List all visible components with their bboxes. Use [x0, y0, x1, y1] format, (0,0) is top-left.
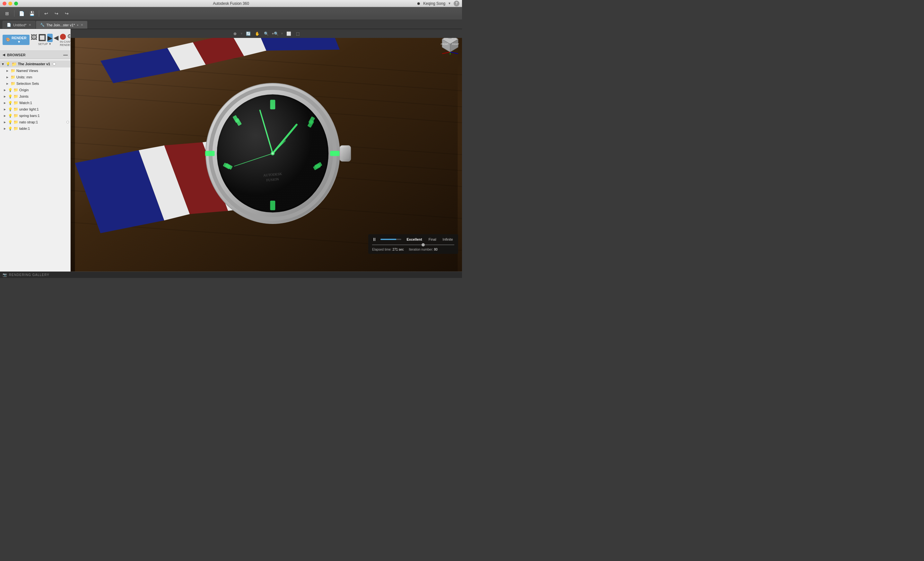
- quality-progress-fill: [381, 239, 396, 240]
- zoom-dropdown-arrow[interactable]: ▼: [280, 32, 284, 35]
- quality-infinite-button[interactable]: Infinite: [441, 237, 454, 242]
- bottom-toolbar: ⊕ ▼ 🔄 ✋ 🔍 +🔍 ▼ ⬜ ⬚: [70, 29, 462, 38]
- undo-button[interactable]: ↩: [42, 9, 51, 18]
- elapsed-label: Elapsed time:: [372, 248, 392, 251]
- tree-item-nato-strap[interactable]: ▶ 💡 📁 nato strap:1: [0, 119, 70, 125]
- browser-minimize-button[interactable]: —: [63, 53, 68, 57]
- under-light-eye-icon[interactable]: 💡: [8, 107, 12, 111]
- browser-collapse-arrow[interactable]: ◀: [3, 53, 5, 57]
- browser-tree: ▼ 💡 📁 The Jointmaster v1 ▶ 📁 Named Views…: [0, 59, 70, 272]
- maximize-button[interactable]: [14, 2, 18, 6]
- save-button[interactable]: 💾: [27, 9, 36, 18]
- spring-bars-label: spring bars:1: [19, 114, 40, 117]
- svg-line-57: [450, 52, 458, 54]
- minimize-button[interactable]: [8, 2, 12, 6]
- tree-item-named-views[interactable]: ▶ 📁 Named Views: [0, 68, 70, 74]
- named-views-folder-icon: 📁: [10, 68, 15, 73]
- table-folder-icon: 📁: [14, 126, 18, 131]
- record-icon[interactable]: ⏺: [417, 1, 421, 6]
- main-toolbar: ⊞ 📄 💾 ↩ ↪ ↪: [0, 7, 462, 20]
- under-light-label: under light:1: [19, 107, 39, 111]
- watch-arrow: ▶: [4, 102, 7, 104]
- tree-item-under-light[interactable]: ▶ 💡 📁 under light:1: [0, 106, 70, 113]
- setup-icon-1: 🖼: [31, 34, 37, 42]
- username: Keqing Song: [423, 1, 445, 6]
- zoom-in-button[interactable]: +🔍: [272, 30, 279, 37]
- nato-strap-eye-icon[interactable]: 💡: [8, 120, 12, 124]
- quality-excellent-button[interactable]: Excellent: [405, 237, 423, 242]
- table-arrow: ▶: [4, 127, 7, 130]
- fit-view-button[interactable]: ⊕: [231, 30, 239, 37]
- spring-bars-eye-icon[interactable]: 💡: [8, 114, 12, 118]
- joints-label: Joints: [19, 95, 28, 98]
- root-badge: [52, 62, 56, 66]
- redo-button[interactable]: ↪: [52, 9, 61, 18]
- tab-label-jointmaster: The Join...ster v1*: [46, 23, 75, 27]
- display-mode-button[interactable]: ⬜: [285, 30, 292, 37]
- under-light-arrow: ▶: [4, 108, 7, 111]
- title-bar: Autodesk Fusion 360 ⏺ Keqing Song ▼ ?: [0, 0, 462, 7]
- origin-folder-icon: 📁: [14, 88, 18, 92]
- redo-alt-button[interactable]: ↪: [62, 9, 71, 18]
- quality-final-button[interactable]: Final: [428, 237, 438, 242]
- tree-item-origin[interactable]: ▶ 💡 📁 Origin: [0, 87, 70, 93]
- root-eye-icon[interactable]: 💡: [6, 62, 10, 66]
- joints-arrow: ▶: [4, 95, 7, 98]
- quality-slider-container: [372, 245, 454, 245]
- quality-controls-row: ⏸ Excellent Final Infinite: [372, 237, 454, 242]
- help-icon[interactable]: ?: [454, 1, 459, 6]
- sidebar: 🎨 RENDER ▼ 🖼 🔲 ▶ ◀ SETUP ▼ ⬤ ⚙ 📤 IN-CA: [0, 29, 70, 272]
- user-dropdown-icon[interactable]: ▼: [448, 2, 451, 5]
- grid-mode-button[interactable]: ⬚: [294, 30, 302, 37]
- setup-label: SETUP ▼: [38, 42, 51, 46]
- svg-point-42: [217, 95, 329, 213]
- pan-button[interactable]: ✋: [254, 30, 261, 37]
- setup-icon-2: 🔲: [38, 34, 46, 42]
- tree-item-table[interactable]: ▶ 💡 📁 table:1: [0, 125, 70, 132]
- nato-strap-vis-dot: [66, 121, 69, 123]
- pause-render-button[interactable]: ⏸: [372, 237, 376, 242]
- svg-rect-27: [330, 151, 340, 156]
- joints-eye-icon[interactable]: 💡: [8, 95, 12, 99]
- orbit-button[interactable]: 🔄: [244, 30, 252, 37]
- quality-slider-thumb[interactable]: [422, 243, 425, 247]
- tree-item-spring-bars[interactable]: ▶ 💡 📁 spring bars:1: [0, 113, 70, 119]
- quality-slider[interactable]: [372, 245, 454, 245]
- root-label: The Jointmaster v1: [18, 62, 50, 66]
- render-mode-button[interactable]: 🎨 RENDER ▼: [3, 35, 30, 45]
- watch-eye-icon[interactable]: 💡: [8, 101, 12, 105]
- tab-close-jointmaster[interactable]: ✕: [81, 23, 83, 27]
- window-title: Autodesk Fusion 360: [213, 1, 249, 6]
- spring-bars-arrow: ▶: [4, 114, 7, 117]
- units-label: Units: mm: [16, 75, 32, 79]
- svg-text:FRONT: FRONT: [441, 43, 449, 45]
- in-canvas-tool[interactable]: ⬤ ⚙ 📤 IN-CANVAS RENDER ▼: [60, 33, 70, 47]
- tab-bar: 📄 Untitled* ✕ 🔧 The Join...ster v1* ● ✕: [0, 20, 462, 29]
- zoom-button[interactable]: 🔍: [262, 30, 270, 37]
- iteration-stat: Iteration number: 80: [409, 248, 438, 251]
- tab-close-untitled[interactable]: ✕: [28, 23, 31, 27]
- named-views-arrow: ▶: [6, 69, 10, 72]
- tab-dot-jointmaster: ●: [77, 24, 78, 27]
- setup-tool[interactable]: 🖼 🔲 ▶ ◀ SETUP ▼: [31, 34, 58, 46]
- tree-root-item[interactable]: ▼ 💡 📁 The Jointmaster v1: [0, 60, 70, 68]
- tree-item-units[interactable]: ▶ 📁 Units: mm: [0, 74, 70, 80]
- setup-icon-3: ▶: [47, 34, 52, 42]
- tree-item-watch[interactable]: ▶ 💡 📁 Watch:1: [0, 99, 70, 106]
- fit-dropdown-arrow[interactable]: ▼: [240, 32, 243, 35]
- browser-header: ◀ BROWSER —: [0, 51, 70, 59]
- rendering-gallery-bar: 📷 RENDERING GALLERY: [0, 272, 462, 278]
- close-button[interactable]: [3, 2, 6, 6]
- tree-item-selection-sets[interactable]: ▶ 📁 Selection Sets: [0, 80, 70, 87]
- viewport[interactable]: AUTODESK FUSION TOP RIGHT FRONT: [70, 29, 462, 272]
- selection-sets-label: Selection Sets: [16, 81, 39, 86]
- tab-untitled[interactable]: 📄 Untitled* ✕: [3, 21, 35, 29]
- apps-grid-button[interactable]: ⊞: [3, 9, 12, 18]
- tab-jointmaster[interactable]: 🔧 The Join...ster v1* ● ✕: [36, 21, 87, 29]
- nato-strap-folder-icon: 📁: [14, 120, 18, 124]
- table-eye-icon[interactable]: 💡: [8, 126, 12, 131]
- origin-eye-icon[interactable]: 💡: [8, 88, 12, 92]
- tree-item-joints[interactable]: ▶ 💡 📁 Joints: [0, 93, 70, 99]
- camera-icon: 📷: [3, 273, 7, 277]
- new-document-button[interactable]: 📄: [17, 9, 26, 18]
